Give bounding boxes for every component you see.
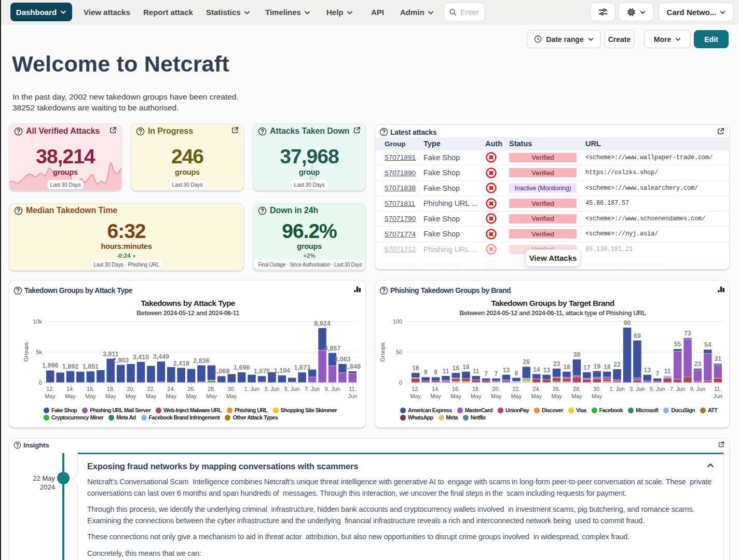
svg-text:13: 13: [543, 367, 550, 374]
svg-text:1,194: 1,194: [274, 367, 290, 374]
svg-text:9: 9: [434, 369, 437, 376]
svg-text:24.: 24.: [532, 386, 540, 392]
svg-text:7: 7: [495, 370, 498, 377]
svg-text:Takedown Groups by Target Bran: Takedown Groups by Target Brand: [491, 299, 614, 307]
svg-text:3,063: 3,063: [334, 356, 350, 363]
svg-text:1,068: 1,068: [213, 368, 229, 375]
svg-text:May: May: [226, 393, 237, 399]
svg-text:May: May: [592, 393, 603, 399]
svg-text:20.: 20.: [492, 386, 500, 392]
svg-text:14.: 14.: [66, 386, 74, 392]
svg-text:54: 54: [704, 341, 711, 348]
svg-text:2,836: 2,836: [193, 357, 209, 365]
svg-text:Groups: Groups: [379, 342, 386, 362]
svg-text:3. Jun: 3. Jun: [264, 386, 279, 392]
svg-text:1,851: 1,851: [83, 363, 99, 370]
svg-text:16: 16: [453, 365, 460, 372]
svg-text:23: 23: [694, 360, 702, 368]
svg-text:3,449: 3,449: [153, 353, 169, 360]
svg-text:1,075: 1,075: [254, 368, 270, 375]
svg-text:28.: 28.: [573, 386, 581, 392]
svg-text:Groups: Groups: [23, 342, 29, 362]
svg-text:12.: 12.: [412, 386, 419, 392]
svg-text:7. Jun: 7. Jun: [305, 386, 320, 392]
svg-text:1,996: 1,996: [42, 362, 58, 369]
svg-text:Jun: Jun: [348, 393, 357, 399]
svg-text:May: May: [571, 393, 582, 399]
svg-text:18: 18: [604, 363, 611, 371]
svg-text:16.: 16.: [87, 386, 94, 392]
svg-text:4,857: 4,857: [324, 345, 340, 352]
svg-text:5. Jun: 5. Jun: [284, 386, 299, 392]
svg-text:55: 55: [674, 341, 681, 348]
svg-text:17: 17: [583, 364, 591, 371]
svg-text:18.: 18.: [107, 386, 115, 392]
svg-text:May: May: [206, 393, 217, 399]
svg-text:1,846: 1,846: [345, 363, 361, 370]
svg-text:73: 73: [684, 330, 691, 337]
svg-text:8,924: 8,924: [314, 320, 330, 327]
svg-text:May: May: [430, 393, 441, 399]
svg-text:Between 2024-05-12 and 2024-06: Between 2024-05-12 and 2024-06-11, attac…: [459, 310, 646, 317]
svg-text:1,892: 1,892: [62, 363, 78, 370]
svg-text:13: 13: [644, 367, 651, 374]
svg-text:8: 8: [515, 370, 518, 377]
svg-text:1,696: 1,696: [234, 364, 250, 371]
svg-text:May: May: [105, 393, 116, 399]
svg-text:100: 100: [393, 318, 402, 325]
svg-text:7: 7: [655, 370, 659, 377]
svg-text:18: 18: [563, 363, 570, 371]
svg-text:5. Jun: 5. Jun: [650, 386, 665, 392]
svg-text:18: 18: [462, 363, 470, 371]
svg-text:24.: 24.: [167, 386, 175, 392]
svg-text:16.: 16.: [452, 386, 460, 392]
svg-text:2,903: 2,903: [113, 357, 129, 364]
svg-text:May: May: [551, 393, 562, 399]
svg-text:9. Jun: 9. Jun: [690, 386, 705, 392]
svg-text:2,418: 2,418: [173, 360, 189, 367]
svg-text:18.: 18.: [472, 386, 480, 392]
svg-text:1. Jun: 1. Jun: [244, 386, 259, 392]
svg-text:9. Jun: 9. Jun: [325, 386, 340, 392]
svg-text:11.: 11.: [714, 386, 721, 392]
svg-text:23: 23: [553, 360, 560, 368]
svg-text:50: 50: [396, 349, 402, 355]
svg-text:26: 26: [523, 358, 530, 366]
svg-text:May: May: [45, 393, 56, 399]
svg-text:14: 14: [533, 366, 540, 373]
svg-text:May: May: [410, 393, 421, 399]
svg-text:31: 31: [715, 355, 722, 362]
svg-text:22.: 22.: [147, 386, 155, 392]
svg-text:5k: 5k: [36, 349, 43, 355]
svg-text:May: May: [491, 393, 502, 399]
svg-text:May: May: [471, 393, 482, 399]
svg-text:11.: 11.: [349, 386, 356, 392]
svg-text:26.: 26.: [553, 386, 560, 392]
svg-text:1,673: 1,673: [294, 364, 310, 371]
svg-text:0: 0: [39, 380, 42, 386]
svg-text:7: 7: [484, 370, 488, 377]
svg-text:10k: 10k: [33, 318, 43, 325]
svg-text:Between 2024-05-12 and 2024-06: Between 2024-05-12 and 2024-06-11: [136, 310, 239, 317]
svg-text:19: 19: [594, 363, 601, 370]
svg-text:69: 69: [634, 332, 641, 340]
svg-text:30.: 30.: [593, 386, 601, 392]
svg-text:3,410: 3,410: [133, 354, 149, 361]
svg-text:May: May: [450, 393, 461, 399]
svg-text:Takedowns by Attack Type: Takedowns by Attack Type: [141, 299, 236, 307]
svg-text:May: May: [531, 393, 542, 399]
svg-text:12.: 12.: [46, 386, 54, 392]
svg-text:May: May: [186, 393, 197, 399]
svg-text:20.: 20.: [127, 386, 135, 392]
svg-text:May: May: [166, 393, 176, 399]
svg-text:9: 9: [424, 369, 428, 376]
svg-text:May: May: [511, 393, 522, 399]
svg-text:3. Jun: 3. Jun: [629, 386, 645, 392]
svg-text:38: 38: [573, 351, 581, 358]
svg-text:1. Jun: 1. Jun: [609, 386, 624, 392]
svg-text:22.: 22.: [512, 386, 520, 392]
svg-text:May: May: [126, 393, 136, 399]
svg-text:14.: 14.: [432, 386, 440, 392]
svg-text:7. Jun: 7. Jun: [670, 386, 685, 392]
svg-text:11: 11: [443, 368, 449, 375]
